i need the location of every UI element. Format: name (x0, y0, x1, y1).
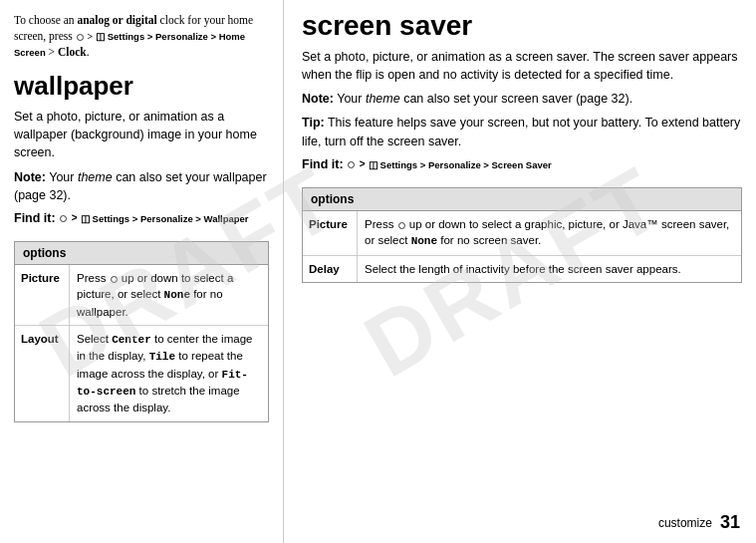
dpad-icon-right (398, 222, 405, 229)
fit-mono: Fit-to-screen (77, 369, 248, 398)
clock-label: > Clock. (49, 46, 90, 58)
table-row: Delay Select the length of inactivity be… (303, 256, 741, 282)
table-row: Layout Select Center to center the image… (15, 326, 268, 421)
theme-italic-right: theme (366, 92, 400, 106)
option-key-picture-left: Picture (15, 265, 70, 325)
find-it-nav-right: ◫ Settings > Personalize > Screen Saver (369, 159, 552, 170)
options-header-right: options (303, 188, 741, 211)
page-label: customize (658, 516, 712, 530)
page-container: DRAFT DRAFT To choose an analog or digit… (0, 0, 756, 543)
find-it-arrow-right: > (360, 157, 366, 171)
screen-saver-note: Note: Your theme can also set your scree… (302, 90, 742, 108)
wallpaper-title: wallpaper (14, 72, 269, 101)
option-value-picture-left: Press up or down to select a picture, or… (70, 265, 268, 325)
page-number-area: customize 31 (658, 512, 740, 533)
arrow-icon: > (88, 30, 94, 44)
option-value-delay: Select the length of inactivity before t… (358, 256, 741, 282)
dpad-icon-left (111, 276, 118, 283)
wallpaper-note: Note: Your theme can also set your wallp… (14, 168, 269, 204)
find-it-nav-left: ◫ Settings > Personalize > Wallpaper (81, 213, 249, 224)
find-it-left: Find it: > ◫ Settings > Personalize > Wa… (14, 210, 269, 228)
tip-label-right: Tip: (302, 116, 325, 130)
find-it-nav-icon-right (348, 161, 355, 168)
left-column: To choose an analog or digital clock for… (0, 0, 284, 543)
option-key-delay: Delay (303, 256, 358, 282)
option-key-picture-right: Picture (303, 211, 358, 254)
option-value-picture-right: Press up or down to select a graphic, pi… (358, 211, 741, 254)
option-key-layout: Layout (15, 326, 70, 421)
theme-italic-left: theme (78, 170, 113, 184)
option-value-layout: Select Center to center the image in the… (70, 326, 268, 421)
right-column: screen saver Set a photo, picture, or an… (284, 0, 756, 543)
note-label-left: Note: (14, 170, 46, 184)
find-it-nav-icon-left (60, 215, 67, 222)
options-table-right: options Picture Press up or down to sele… (302, 187, 742, 283)
center-mono: Center (112, 334, 151, 346)
table-row: Picture Press up or down to select a gra… (303, 211, 741, 255)
none-mono-right: None (411, 235, 437, 247)
table-row: Picture Press up or down to select a pic… (15, 265, 268, 326)
find-it-right: Find it: > ◫ Settings > Personalize > Sc… (302, 156, 742, 174)
page-number: 31 (720, 512, 740, 533)
options-header-left: options (15, 242, 268, 265)
screen-saver-title: screen saver (302, 12, 742, 40)
find-it-label-right: Find it: (302, 157, 344, 171)
clock-intro: To choose an analog or digital clock for… (14, 12, 269, 61)
menu-nav-icon (77, 34, 84, 41)
find-it-label-left: Find it: (14, 211, 56, 225)
tip-text: This feature helps save your screen, but… (302, 116, 740, 147)
analog-digital-bold: analog or digital (77, 14, 156, 26)
tile-mono: Tile (149, 351, 175, 363)
wallpaper-body: Set a photo, picture, or animation as a … (14, 108, 269, 161)
note-label-right: Note: (302, 92, 334, 106)
screen-saver-body: Set a photo, picture, or animation as a … (302, 48, 742, 84)
options-table-left: options Picture Press up or down to sele… (14, 241, 269, 421)
screen-saver-tip: Tip: This feature helps save your screen… (302, 114, 742, 149)
none-mono-left: None (164, 289, 190, 301)
find-it-arrow-left: > (72, 211, 78, 225)
